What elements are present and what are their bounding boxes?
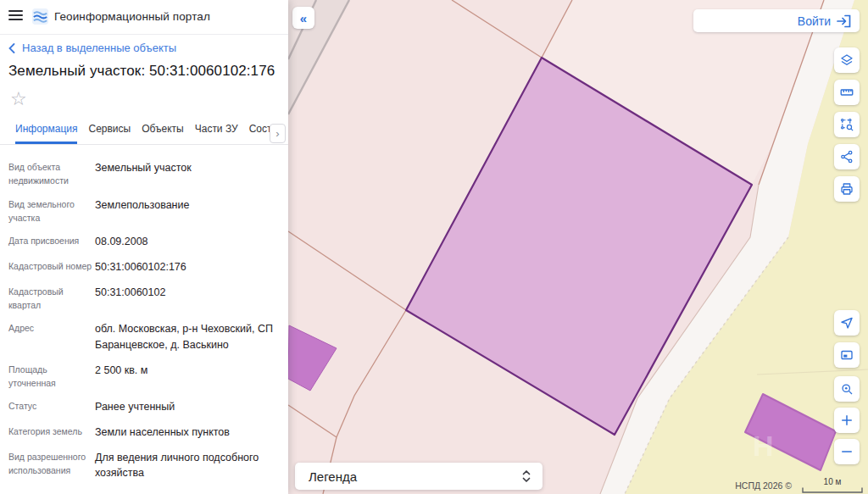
map-attribution: НСПД 2026 ©: [735, 480, 792, 491]
info-row: Кадастровый номер50:31:0060102:176: [8, 259, 281, 275]
tab-Объекты[interactable]: Объекты: [142, 119, 184, 144]
select-area-icon: [839, 117, 854, 132]
info-row-label: Вид объекта недвижимости: [8, 160, 95, 188]
map-canvas[interactable]: Н « Войти: [288, 0, 868, 494]
login-label: Войти: [798, 14, 831, 28]
collapse-sidebar-button[interactable]: «: [292, 7, 314, 29]
info-row-value: 50:31:0060102: [95, 285, 165, 313]
info-row-value: Землепользование: [95, 197, 189, 225]
info-row: Адресобл. Московская, р-н Чеховский, СП …: [8, 321, 281, 353]
info-row: Вид разрешенного использованияДля ведени…: [8, 450, 281, 482]
portal-logo-icon: [31, 8, 49, 25]
login-button[interactable]: Войти: [693, 9, 860, 32]
print-button[interactable]: [834, 176, 860, 202]
info-row-value: Ранее учтенный: [95, 399, 175, 415]
zoom-in-icon: [839, 413, 854, 428]
info-row-label: Статус: [8, 399, 95, 415]
info-row: Категория земельЗемли населенных пунктов: [8, 425, 281, 441]
login-icon: [837, 14, 851, 28]
info-row-value: обл. Московская, р-н Чеховский, СП Баран…: [95, 321, 273, 353]
print-icon: [839, 181, 854, 197]
info-row-label: Кадастровый номер: [8, 259, 95, 275]
info-row-label: Кадастровый квартал: [8, 285, 95, 313]
info-row-label: Дата присвоения: [8, 234, 95, 250]
sidebar-header: Геоинформационный портал: [0, 0, 288, 35]
back-link-label: Назад в выделенные объекты: [22, 42, 176, 54]
app-title: Геоинформационный портал: [54, 10, 210, 23]
scale-label: 10 м: [802, 478, 863, 486]
info-row-value: 08.09.2008: [95, 234, 148, 250]
menu-icon[interactable]: [8, 10, 23, 22]
map-watermark: Н: [753, 430, 774, 462]
info-row-value: 2 500 кв. м: [95, 363, 147, 391]
search-place-icon: [839, 381, 854, 397]
info-list: Вид объекта недвижимостиЗемельный участо…: [0, 145, 288, 494]
tab-Информация[interactable]: Информация: [15, 119, 77, 144]
search-place-button[interactable]: [834, 376, 860, 402]
expand-collapse-icon: [521, 469, 542, 484]
info-row: СтатусРанее учтенный: [8, 399, 281, 415]
info-row-label: Вид земельного участка: [8, 197, 95, 225]
ruler-icon: [839, 85, 854, 100]
layers-button[interactable]: [834, 47, 860, 73]
locate-icon: [839, 315, 854, 330]
info-row-label: Форма собственности: [8, 491, 95, 494]
info-row-value: Частная: [95, 491, 136, 494]
tabs-scroll-right-button[interactable]: ›: [270, 124, 286, 143]
info-row-value: Земельный участок: [95, 160, 192, 188]
select-area-button[interactable]: [834, 112, 860, 137]
info-row: Площадь уточненная2 500 кв. м: [8, 363, 281, 391]
legend-label: Легенда: [295, 469, 521, 484]
tab-Части ЗУ[interactable]: Части ЗУ: [195, 119, 238, 144]
legend-toggle[interactable]: Легенда: [295, 463, 542, 490]
chevron-left-icon: [8, 43, 15, 53]
share-icon: [839, 149, 854, 164]
info-row-value: Для ведения личного подсобного хозяйства: [95, 450, 259, 482]
info-row-label: Категория земель: [8, 425, 95, 441]
info-row: Вид земельного участкаЗемлепользование: [8, 197, 281, 225]
measure-button[interactable]: [834, 80, 860, 105]
info-row: Вид объекта недвижимостиЗемельный участо…: [8, 160, 281, 188]
back-link[interactable]: Назад в выделенные объекты: [8, 42, 176, 54]
info-row: Дата присвоения08.09.2008: [8, 234, 281, 250]
overview-map-button[interactable]: [834, 342, 860, 368]
map-scalebar: 10 м: [802, 478, 863, 493]
info-row-label: Адрес: [8, 321, 95, 353]
info-row-value: Земли населенных пунктов: [95, 425, 230, 441]
page-title: Земельный участок: 50:31:0060102:176: [8, 63, 275, 80]
favorite-star-icon[interactable]: ☆: [10, 90, 27, 108]
overview-map-icon: [839, 347, 854, 363]
zoom-out-button[interactable]: [834, 439, 860, 464]
info-row: Форма собственностиЧастная: [8, 491, 281, 494]
share-button[interactable]: [834, 144, 860, 169]
zoom-out-icon: [839, 444, 854, 459]
layers-icon: [839, 53, 854, 68]
cadastral-map: Н: [288, 0, 868, 494]
locate-button[interactable]: [834, 310, 860, 336]
tab-Сервисы[interactable]: Сервисы: [88, 119, 131, 144]
sidebar-panel: Геоинформационный портал Назад в выделен…: [0, 0, 288, 494]
info-row-label: Вид разрешенного использования: [8, 450, 95, 482]
zoom-in-button[interactable]: [834, 408, 860, 433]
tab-bar: ИнформацияСервисыОбъектыЧасти ЗУСостав: [0, 119, 288, 145]
info-row-label: Площадь уточненная: [8, 363, 95, 391]
info-row-value: 50:31:0060102:176: [95, 259, 186, 275]
info-row: Кадастровый квартал50:31:0060102: [8, 285, 281, 313]
